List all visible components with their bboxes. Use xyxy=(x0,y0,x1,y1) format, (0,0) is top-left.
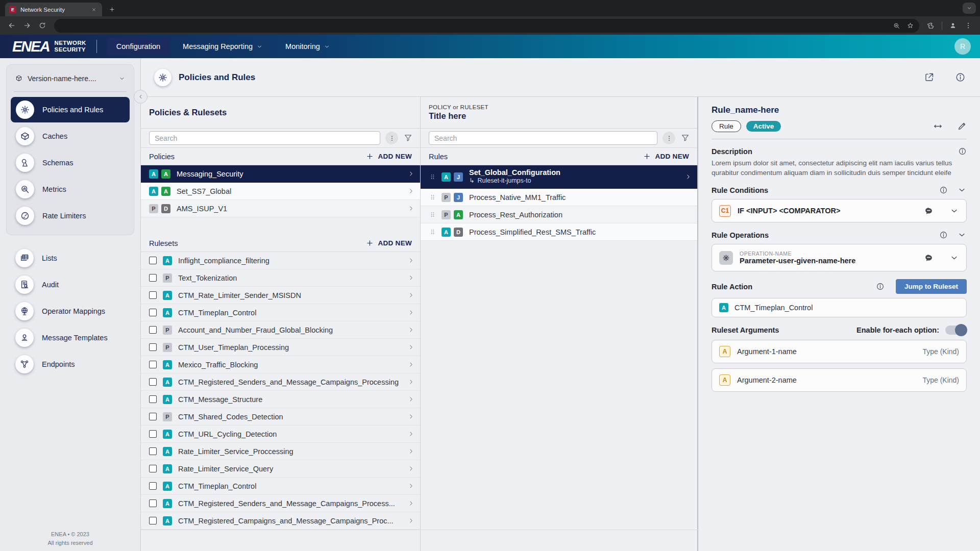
sidebar-item-audit[interactable]: Audit xyxy=(10,272,134,297)
sidebar-item-metrics[interactable]: Metrics xyxy=(11,177,130,202)
filter-icon[interactable] xyxy=(680,133,690,143)
version-selector[interactable]: Version-name-here.... xyxy=(11,70,130,87)
ruleset-row-ctm-registered-campaigns-and-message-campaigns-proc[interactable]: ACTM_Registered_Campaigns_and_Message_Ca… xyxy=(141,512,420,530)
chevron-down-icon[interactable] xyxy=(957,185,967,195)
export-icon[interactable] xyxy=(924,72,935,83)
ruleset-checkbox[interactable] xyxy=(149,395,157,403)
jump-to-ruleset-button[interactable]: Jump to Ruleset xyxy=(896,279,967,294)
ruleset-row-ctm-url-cycling-detection[interactable]: ACTM_URL_Cycling_Detection xyxy=(141,425,420,443)
ruleset-checkbox[interactable] xyxy=(149,361,157,368)
drag-handle-icon[interactable] xyxy=(429,173,436,181)
ruleset-row-ctm-timeplan-control[interactable]: ACTM_Timeplan_Control xyxy=(141,478,420,495)
ruleset-checkbox[interactable] xyxy=(149,326,157,334)
ruleset-checkbox[interactable] xyxy=(149,257,157,264)
drag-handle-icon[interactable] xyxy=(429,193,436,201)
nav-item-configuration[interactable]: Configuration xyxy=(107,38,169,55)
ruleset-checkbox[interactable] xyxy=(149,378,157,386)
rule-condition-card[interactable]: C1 IF <INPUT> <COMPARATOR> xyxy=(712,199,967,222)
ruleset-checkbox[interactable] xyxy=(149,343,157,351)
extensions-icon[interactable] xyxy=(924,19,938,32)
ruleset-checkbox[interactable] xyxy=(149,291,157,299)
rule-row-process-rest-authorization[interactable]: PAProcess_Rest_Authorization xyxy=(421,206,697,223)
user-avatar[interactable]: R xyxy=(954,38,971,55)
ruleset-row-ctm-shared-codes-detection[interactable]: PCTM_Shared_Codes_Detection xyxy=(141,408,420,425)
ruleset-row-account-and-number-fraud-global-blocking[interactable]: PAccount_and_Number_Fraud_Global_Blockin… xyxy=(141,321,420,339)
argument-row-argument-2-name[interactable]: AArgument-2-nameType (Kind) xyxy=(712,368,967,392)
drag-handle-icon[interactable] xyxy=(429,228,436,236)
sidebar-item-schemas[interactable]: Schemas xyxy=(11,150,130,176)
profile-icon[interactable] xyxy=(946,19,960,32)
list-options-button[interactable] xyxy=(385,132,398,144)
rule-row-process-simplified-rest-sms-traffic[interactable]: ADProcess_Simplified_Rest_SMS_Traffic xyxy=(421,223,697,241)
ruleset-checkbox[interactable] xyxy=(149,309,157,316)
zoom-icon[interactable] xyxy=(893,22,900,30)
tab-close-icon[interactable] xyxy=(90,6,98,14)
info-icon[interactable] xyxy=(958,147,967,156)
info-icon[interactable] xyxy=(955,72,966,83)
add-ruleset-button[interactable]: ADD NEW xyxy=(365,239,412,247)
ruleset-checkbox[interactable] xyxy=(149,430,157,438)
policy-row-ams-isup-v1[interactable]: PDAMS_ISUP_V1 xyxy=(141,200,420,217)
address-bar[interactable] xyxy=(54,19,919,33)
ruleset-row-rate-limiter-service-query[interactable]: ARate_Limiter_Service_Query xyxy=(141,460,420,478)
ruleset-row-ctm-registered-senders-and-message-campaigns-processing[interactable]: ACTM_Registered_Senders_and_Message_Camp… xyxy=(141,373,420,391)
list-options-button[interactable] xyxy=(663,132,675,144)
nav-item-monitoring[interactable]: Monitoring xyxy=(276,38,339,55)
drag-handle-icon[interactable] xyxy=(429,211,436,218)
ruleset-checkbox[interactable] xyxy=(149,499,157,507)
back-button[interactable] xyxy=(5,19,18,32)
ruleset-row-ctm-message-structure[interactable]: ACTM_Message_Structure xyxy=(141,391,420,408)
sidebar-item-operator-mappings[interactable]: Operator Mappings xyxy=(10,298,134,324)
ruleset-checkbox[interactable] xyxy=(149,517,157,524)
ruleset-checkbox[interactable] xyxy=(149,413,157,420)
comment-bubble-icon[interactable] xyxy=(924,253,934,263)
policy-row-set-ss7-global[interactable]: AASet_SS7_Global xyxy=(141,183,420,200)
rule-row-process-native-mm1-traffic[interactable]: PJProcess_Native_MM1_Traffic xyxy=(421,189,697,206)
sidebar-item-lists[interactable]: Lists xyxy=(10,245,134,271)
sidebar-item-endpoints[interactable]: Endpoints xyxy=(10,352,134,377)
rule-operation-card[interactable]: OPERATION-NAME Parameter-user-given-name… xyxy=(712,244,967,271)
rules-search-input[interactable] xyxy=(429,131,657,145)
sidebar-collapse-button[interactable] xyxy=(134,90,148,104)
nav-item-messaging-reporting[interactable]: Messaging Reporting xyxy=(174,38,272,55)
new-tab-button[interactable] xyxy=(105,3,118,16)
ruleset-checkbox[interactable] xyxy=(149,482,157,490)
edit-pencil-icon[interactable] xyxy=(957,121,967,131)
ruleset-row-rate-limiter-service-proccessing[interactable]: ARate_Limiter_Service_Proccessing xyxy=(141,443,420,460)
tab-search-button[interactable] xyxy=(963,3,976,14)
info-icon[interactable] xyxy=(876,282,885,291)
argument-row-argument-1-name[interactable]: AArgument-1-nameType (Kind) xyxy=(712,340,967,363)
rule-row-set-global-configuration[interactable]: AJSet_Global_Configuration↳Ruleset-it-ju… xyxy=(421,165,697,189)
forward-button[interactable] xyxy=(20,19,34,32)
comment-bubble-icon[interactable] xyxy=(924,206,934,216)
ruleset-row-text-tokenization[interactable]: PText_Tokenization xyxy=(141,269,420,287)
bookmark-star-icon[interactable] xyxy=(906,22,914,30)
sidebar-item-rate-limiters[interactable]: Rate Limiters xyxy=(11,203,130,229)
sidebar-item-policies-and-rules[interactable]: Policies and Rules xyxy=(11,97,130,122)
chevron-down-icon[interactable] xyxy=(957,230,967,240)
chevron-down-icon[interactable] xyxy=(949,253,959,263)
ruleset-checkbox[interactable] xyxy=(149,274,157,282)
swap-arrows-icon[interactable] xyxy=(933,121,943,131)
chevron-down-icon[interactable] xyxy=(949,206,959,216)
filter-icon[interactable] xyxy=(403,133,413,143)
browser-tab[interactable]: E Network Security xyxy=(5,3,102,16)
policy-row-messaging-security[interactable]: AAMessaging_Security xyxy=(141,165,420,183)
info-icon[interactable] xyxy=(939,186,948,194)
sidebar-item-message-templates[interactable]: Message Templates xyxy=(10,325,134,350)
for-each-toggle[interactable] xyxy=(945,325,967,335)
ruleset-row-ctm-user-timeplan-processing[interactable]: PCTM_User_Timeplan_Processing xyxy=(141,339,420,356)
add-rule-button[interactable]: ADD NEW xyxy=(643,152,689,161)
ruleset-row-mexico-traffic-blocking[interactable]: AMexico_Traffic_Blocking xyxy=(141,356,420,373)
ruleset-checkbox[interactable] xyxy=(149,465,157,472)
ruleset-checkbox[interactable] xyxy=(149,447,157,455)
add-policy-button[interactable]: ADD NEW xyxy=(365,152,412,161)
ruleset-row-inflight-compliance-filtering[interactable]: AInflight_compliance_filtering xyxy=(141,252,420,269)
reload-button[interactable] xyxy=(36,19,49,32)
rule-action-card[interactable]: A CTM_Timeplan_Control xyxy=(712,298,967,317)
ruleset-row-ctm-timeplan-control[interactable]: ACTM_Timeplan_Control xyxy=(141,304,420,321)
ruleset-row-ctm-registered-senders-and-message-campaigns-process[interactable]: ACTM_Registered_Senders_and_Message_Camp… xyxy=(141,495,420,512)
info-icon[interactable] xyxy=(939,231,948,239)
sidebar-item-caches[interactable]: Caches xyxy=(11,123,130,149)
ruleset-row-ctm-rate-limiter-sender-msisdn[interactable]: ACTM_Rate_Limiter_Sender_MSISDN xyxy=(141,287,420,304)
